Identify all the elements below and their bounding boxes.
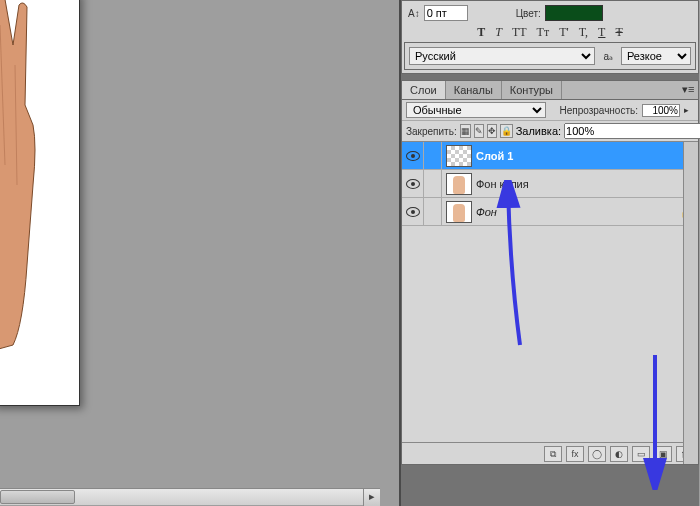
canvas-workspace[interactable]: ▸ [0,0,380,506]
type-strike[interactable]: Ŧ [612,25,625,40]
lock-transparency-icon[interactable]: ▦ [460,124,471,138]
layers-scrollbar[interactable] [683,142,698,464]
type-underline[interactable]: T [595,25,608,40]
antialias-select[interactable]: Резкое [621,47,691,65]
document-canvas[interactable] [0,0,80,406]
lock-position-icon[interactable]: ✥ [487,124,497,138]
blend-opacity-row: Обычные Непрозрачность: ▸ [402,100,698,121]
tab-channels[interactable]: Каналы [446,81,502,99]
link-col[interactable] [424,198,442,226]
fill-label: Заливка: [516,125,561,137]
opacity-label: Непрозрачность: [559,105,638,116]
panel-menu-icon[interactable]: ▾≡ [682,83,696,95]
visibility-icon[interactable] [406,207,420,217]
link-layers-icon[interactable]: ⧉ [544,446,562,462]
horizontal-scrollbar[interactable]: ▸ [0,488,380,505]
adjustment-icon[interactable]: ◐ [610,446,628,462]
type-superscript[interactable]: T' [556,25,572,40]
fill-input[interactable] [564,123,700,139]
mask-icon[interactable]: ◯ [588,446,606,462]
type-allcaps[interactable]: TT [509,25,530,40]
lock-pixels-icon[interactable]: ✎ [474,124,484,138]
layer-item[interactable]: Фон 🔒 [402,198,698,226]
fx-icon[interactable]: fx [566,446,584,462]
opacity-flyout[interactable]: ▸ [684,105,694,115]
layer-thumbnail[interactable] [446,201,472,223]
blend-mode-select[interactable]: Обычные [406,102,546,118]
layer-name: Фон [476,206,497,218]
character-panel: A↕ Цвет: T T TT Tт T' T, T Ŧ Русский aₐ … [401,0,699,74]
new-layer-icon[interactable]: ▣ [654,446,672,462]
layers-list: Слой 1 Фон копия Фон 🔒 ⧉ fx ◯ ◐ ▭ [402,142,698,464]
group-icon[interactable]: ▭ [632,446,650,462]
layer-item[interactable]: Слой 1 [402,142,698,170]
layers-panel: Слои Каналы Контуры ▾≡ Обычные Непрозрач… [401,80,699,465]
type-italic[interactable]: T [492,25,505,40]
visibility-icon[interactable] [406,179,420,189]
layer-thumbnail[interactable] [446,145,472,167]
layers-bottom-bar: ⧉ fx ◯ ◐ ▭ ▣ 🗑 [402,442,698,464]
visibility-icon[interactable] [406,151,420,161]
type-style-row: T T TT Tт T' T, T Ŧ [404,23,696,42]
color-label: Цвет: [516,8,541,19]
link-col[interactable] [424,142,442,170]
type-smallcaps[interactable]: Tт [534,25,553,40]
text-color-swatch[interactable] [545,5,603,21]
language-select[interactable]: Русский [409,47,595,65]
type-bold[interactable]: T [474,25,488,40]
layer-name: Фон копия [476,178,529,190]
lock-all-icon[interactable]: 🔒 [500,124,513,138]
opacity-input[interactable] [642,104,680,117]
leading-input[interactable] [424,5,468,21]
tab-paths[interactable]: Контуры [502,81,562,99]
layer-thumbnail[interactable] [446,173,472,195]
layer-name: Слой 1 [476,150,513,162]
lock-label: Закрепить: [406,126,457,137]
type-subscript[interactable]: T, [576,25,591,40]
right-panels: A↕ Цвет: T T TT Tт T' T, T Ŧ Русский aₐ … [399,0,699,506]
tab-layers[interactable]: Слои [402,81,446,99]
lock-fill-row: Закрепить: ▦ ✎ ✥ 🔒 Заливка: ▸ [402,121,698,142]
link-col[interactable] [424,170,442,198]
leading-icon: A↕ [408,8,420,19]
antialias-icon: aₐ [603,51,613,62]
panel-tabs: Слои Каналы Контуры ▾≡ [402,81,698,100]
hand-image [0,0,45,355]
layer-item[interactable]: Фон копия [402,170,698,198]
scrollbar-thumb[interactable] [0,490,75,504]
scrollbar-right-arrow[interactable]: ▸ [363,489,380,506]
